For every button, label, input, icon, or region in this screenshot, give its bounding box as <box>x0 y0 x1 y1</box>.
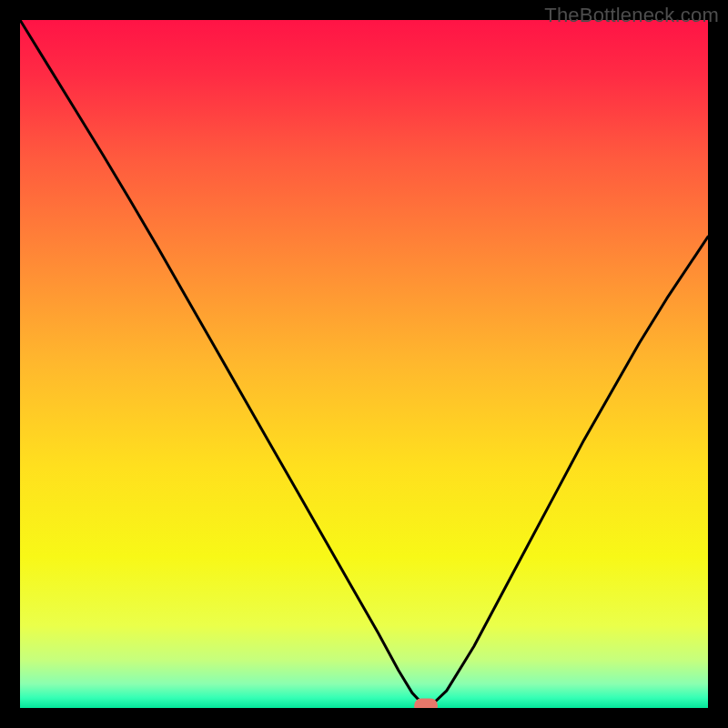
gradient-background <box>20 20 708 708</box>
watermark-text: TheBottleneck.com <box>544 4 719 27</box>
chart-frame: TheBottleneck.com <box>0 0 728 728</box>
bottleneck-plot <box>20 20 708 708</box>
optimal-marker <box>414 698 438 708</box>
